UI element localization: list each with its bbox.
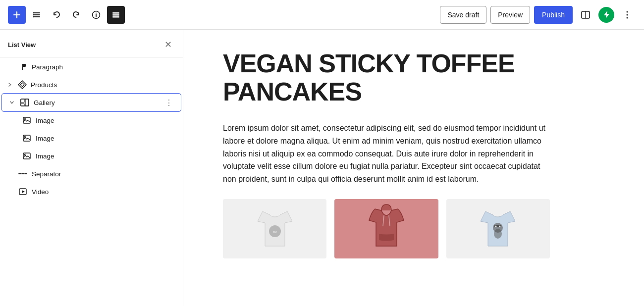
svg-rect-10 [112, 16, 119, 18]
svg-rect-20 [25, 99, 29, 106]
toolbar-right: Save draft Preview Publish [440, 6, 636, 24]
svg-point-3 [33, 14, 34, 15]
list-item[interactable]: Video [0, 183, 183, 201]
sidebar-title: List View [8, 41, 36, 49]
undo-button[interactable] [48, 6, 65, 24]
products-label: Products [31, 81, 177, 89]
publish-button[interactable]: Publish [534, 6, 573, 24]
gallery-more-button[interactable]: ⋮ [163, 97, 175, 108]
image3-label: Image [36, 153, 177, 160]
gallery-image-1[interactable]: W [223, 199, 326, 258]
gallery-label: Gallery [34, 99, 159, 106]
post-body[interactable]: Lorem ipsum dolor sit amet, consectetur … [223, 122, 550, 185]
toolbar-left [8, 6, 440, 24]
save-draft-button[interactable]: Save draft [440, 6, 486, 24]
gallery-image-3[interactable] [446, 199, 550, 258]
svg-rect-24 [23, 135, 30, 141]
svg-point-39 [495, 226, 497, 227]
svg-point-13 [627, 11, 628, 12]
svg-rect-9 [112, 14, 119, 16]
content-area: VEGAN STICKY TOFFEE PANCAKES Lorem ipsum… [183, 30, 644, 306]
svg-point-2 [33, 12, 34, 13]
separator-icon [18, 169, 28, 179]
svg-marker-17 [20, 83, 24, 87]
image2-label: Image [36, 135, 177, 142]
video-icon [18, 187, 28, 197]
list-item[interactable]: Image [0, 147, 183, 165]
gallery-arrow [8, 100, 16, 105]
tools-button[interactable] [28, 6, 46, 24]
list-item[interactable]: Image [0, 129, 183, 147]
svg-point-14 [627, 14, 628, 15]
preview-button[interactable]: Preview [490, 6, 530, 24]
gallery-row: W [223, 199, 550, 258]
products-arrow [6, 82, 14, 87]
list-item[interactable]: Products [0, 76, 183, 94]
gallery-image-2[interactable] [334, 199, 438, 258]
list-item[interactable]: Separator [0, 165, 183, 183]
main-layout: List View ✕ Paragraph [0, 30, 644, 306]
svg-point-15 [627, 17, 628, 18]
gallery-list-item[interactable]: Gallery ⋮ [2, 94, 181, 111]
separator-label: Separator [32, 170, 177, 178]
close-sidebar-button[interactable]: ✕ [161, 38, 175, 51]
post-title[interactable]: VEGAN STICKY TOFFEE PANCAKES [223, 50, 550, 106]
svg-point-7 [96, 12, 97, 13]
layout-view-button[interactable] [577, 6, 594, 24]
svg-rect-19 [21, 99, 24, 102]
sidebar: List View ✕ Paragraph [0, 30, 183, 306]
list-item[interactable]: Paragraph [0, 58, 183, 76]
redo-button[interactable] [67, 6, 85, 24]
info-button[interactable] [87, 6, 105, 24]
toolbar: Save draft Preview Publish [0, 0, 644, 30]
image-icon [22, 133, 32, 143]
svg-marker-16 [18, 81, 26, 89]
paragraph-icon [18, 62, 28, 72]
svg-rect-22 [23, 117, 30, 123]
list-item[interactable]: Image [0, 111, 183, 129]
products-icon [18, 80, 27, 89]
add-block-button[interactable] [8, 6, 26, 24]
paragraph-label: Paragraph [32, 63, 177, 71]
svg-rect-8 [112, 12, 119, 14]
svg-point-4 [33, 16, 34, 17]
sidebar-header: List View ✕ [0, 30, 183, 58]
list-view-button[interactable] [107, 6, 125, 24]
performance-icon [598, 7, 614, 23]
gallery-icon [20, 98, 30, 107]
video-label: Video [32, 188, 177, 196]
svg-text:W: W [273, 230, 277, 234]
svg-marker-32 [22, 190, 25, 193]
svg-rect-26 [23, 153, 30, 159]
svg-point-41 [494, 229, 502, 239]
image-icon [22, 151, 32, 161]
image-icon [22, 115, 32, 125]
more-options-button[interactable] [618, 6, 636, 24]
svg-point-40 [499, 226, 501, 227]
image1-label: Image [36, 117, 177, 124]
